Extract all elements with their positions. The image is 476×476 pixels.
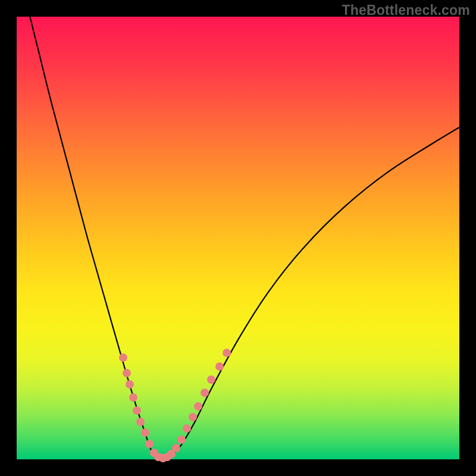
data-point-p17 bbox=[189, 413, 197, 421]
data-point-p14 bbox=[172, 444, 180, 452]
data-point-p8 bbox=[145, 440, 154, 448]
data-point-p12 bbox=[163, 453, 171, 461]
data-point-p11 bbox=[159, 454, 167, 462]
data-point-p5 bbox=[133, 406, 141, 415]
data-point-p2 bbox=[123, 369, 131, 377]
data-point-p15 bbox=[177, 436, 186, 444]
data-point-p16 bbox=[183, 424, 191, 433]
data-point-p7 bbox=[141, 428, 149, 437]
data-point-p4 bbox=[129, 393, 137, 402]
data-point-p18 bbox=[194, 402, 202, 411]
data-point-p13 bbox=[167, 450, 176, 458]
data-point-p21 bbox=[215, 362, 224, 371]
data-point-p9 bbox=[150, 449, 158, 457]
data-point-p6 bbox=[136, 418, 145, 426]
data-point-p3 bbox=[126, 380, 134, 389]
data-point-p22 bbox=[223, 349, 231, 357]
data-point-p19 bbox=[201, 389, 209, 397]
bottleneck-curve bbox=[17, 17, 459, 459]
data-point-p20 bbox=[207, 375, 215, 384]
data-point-p1 bbox=[119, 353, 127, 362]
chart-frame: TheBottleneck.com bbox=[0, 0, 476, 476]
plot-area bbox=[17, 17, 459, 459]
data-point-p10 bbox=[154, 453, 162, 461]
watermark-text: TheBottleneck.com bbox=[342, 2, 470, 18]
